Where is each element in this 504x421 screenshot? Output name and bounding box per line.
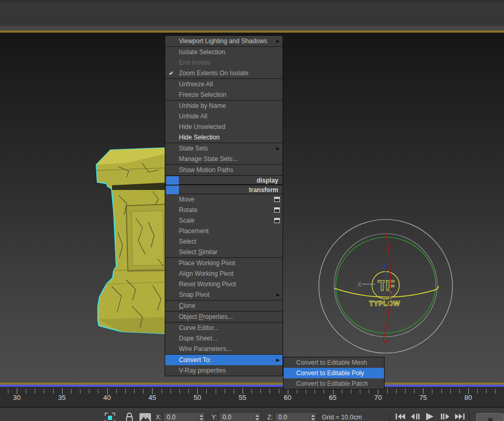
timeline-frame-label: 70 [370,394,385,402]
settings-box-icon[interactable] [274,207,280,213]
go-to-start-button[interactable] [394,412,407,421]
menu-item-label: State Sets [179,143,283,154]
timeline-tick [89,389,89,394]
menu-item-unfreeze-all[interactable]: Unfreeze All [165,79,283,89]
spinner-arrows-icon[interactable] [254,413,260,421]
menu-item-reset-working-pivot[interactable]: Reset Working Pivot [165,279,283,289]
timeline-tick [297,389,297,394]
menu-item-label: Object Properties... [179,312,283,322]
timeline-tick [351,389,351,394]
menu-item-wire-parameters[interactable]: Wire Parameters... [165,344,283,354]
menu-item-select[interactable]: Select [165,236,283,247]
menu-item-freeze-selection[interactable]: Freeze Selection [165,89,283,100]
timeline-tick [495,389,496,394]
menu-item-state-sets[interactable]: State Sets▶ [165,143,283,154]
spinner-arrows-icon[interactable] [198,413,204,421]
timeline-tick [387,389,388,394]
menu-item-label: Align Working Pivot [179,268,283,279]
timeline-tick [206,389,207,394]
submenu-arrow-icon: ▶ [276,36,280,46]
go-to-end-button[interactable] [453,412,467,421]
spinner-arrows-icon[interactable] [309,413,316,421]
menu-item-hide-unselected[interactable]: Hide Unselected [165,122,283,132]
application-window: TF TYPLOW X Y Z 3035404550556065707580 [0,0,504,421]
quad-title-transform: transform [165,185,283,194]
lock-icon[interactable] [125,412,134,421]
menu-item-unhide-all[interactable]: Unhide All [165,111,283,122]
menu-item-zoom-extents-on-isolate[interactable]: ✔Zoom Extents On Isolate [165,68,283,78]
menu-item-place-working-pivot[interactable]: Place Working Pivot [165,258,283,268]
timeline-frame-label: 80 [461,394,476,402]
quad-menu: Viewport Lighting and Shadows▶Isolate Se… [165,35,283,376]
next-frame-icon [439,412,451,421]
timeline-frame-label: 55 [235,394,250,402]
menu-item-label: Wire Parameters... [179,344,283,354]
play-button[interactable] [423,412,437,421]
submenu-item-convert-to-editable-patch[interactable]: Convert to Editable Patch [284,378,384,389]
menu-item-clone[interactable]: Clone [165,300,283,311]
coord-z-input[interactable]: 0.0 [275,412,317,421]
previous-frame-button[interactable] [408,412,422,421]
menu-item-placement[interactable]: Placement [165,226,283,236]
quad-color-square-icon [166,186,179,194]
key-mode-toggle-button[interactable] [476,413,504,421]
menu-item-label: Place Working Pivot [179,258,283,268]
coord-x-input[interactable]: 0.0 [163,412,205,421]
menu-item-label: Select [179,236,283,247]
rotate-gizmo[interactable]: TF TYPLOW X Y Z [313,218,460,356]
menu-item-dope-sheet[interactable]: Dope Sheet... [165,333,283,344]
timeline-frame-label: 45 [145,394,159,402]
menu-item-manage-state-sets[interactable]: Manage State Sets... [165,154,283,164]
menu-item-convert-to[interactable]: Convert To:▶ [165,355,283,365]
image-preview-icon[interactable] [139,413,152,421]
menu-item-select-similar[interactable]: Select Similar [165,247,283,257]
menu-item-label: Manage State Sets... [179,154,283,164]
settings-box-icon[interactable] [274,197,280,202]
menu-item-unhide-by-name[interactable]: Unhide by Name [165,101,283,111]
quad-title-label: display [257,176,278,185]
menu-item-rotate[interactable]: Rotate [165,205,283,215]
timeline-tick [396,389,397,394]
divider [389,413,390,421]
gizmo-x-label: X [357,281,361,288]
menu-item-move[interactable]: Move [165,194,283,205]
submenu-item-convert-to-editable-mesh[interactable]: Convert to Editable Mesh [284,357,384,368]
selection-region-icon[interactable] [104,412,116,421]
menu-item-curve-editor[interactable]: Curve Editor... [165,323,283,333]
submenu-item-label: Convert to Editable Poly [296,368,384,378]
coord-y-input[interactable]: 0.0 [219,412,261,421]
gizmo-z-label: Z [382,263,386,270]
timeline-tick [234,389,234,394]
menu-item-label: V-Ray properties [179,365,283,376]
menu-item-end-isolate[interactable]: End Isolate [165,57,283,68]
menu-item-align-working-pivot[interactable]: Align Working Pivot [165,268,283,279]
timeline-tick [269,389,270,394]
menu-item-hide-selection[interactable]: Hide Selection [165,132,283,143]
menu-item-label: Convert To: [179,355,283,365]
object-name-label: TYPLOW [369,299,400,307]
menu-item-isolate-selection[interactable]: Isolate Selection [165,47,283,57]
timeline-tick [35,389,35,394]
timeline-tick [251,389,252,394]
next-frame-button[interactable] [438,412,452,421]
menu-item-label: Hide Selection [179,132,283,143]
menu-item-viewport-lighting-and-shadows[interactable]: Viewport Lighting and Shadows▶ [165,36,283,46]
menu-item-label: Select Similar [179,247,283,257]
menu-item-object-properties[interactable]: Object Properties... [165,312,283,322]
menu-item-label: Placement [179,226,283,236]
coord-value: 0.0 [223,414,231,421]
menu-item-scale[interactable]: Scale [165,215,283,226]
menu-item-show-motion-paths[interactable]: Show Motion Paths [165,165,283,175]
quad-title-display: display [165,175,283,185]
pillar-object[interactable] [89,144,169,338]
menu-item-v-ray-properties[interactable]: V-Ray properties [165,365,283,376]
menu-item-label: Show Motion Paths [179,165,283,175]
menu-item-label: Isolate Selection [179,47,283,57]
settings-box-icon[interactable] [274,218,280,223]
menu-item-snap-pivot[interactable]: Snap Pivot▶ [165,289,283,300]
timeline-tick [405,389,406,394]
timeline-track[interactable]: 3035404550556065707580 [0,385,504,406]
timeline-tick [216,389,216,394]
coord-x-label: X: [156,414,162,421]
submenu-item-convert-to-editable-poly[interactable]: Convert to Editable Poly [284,368,384,378]
